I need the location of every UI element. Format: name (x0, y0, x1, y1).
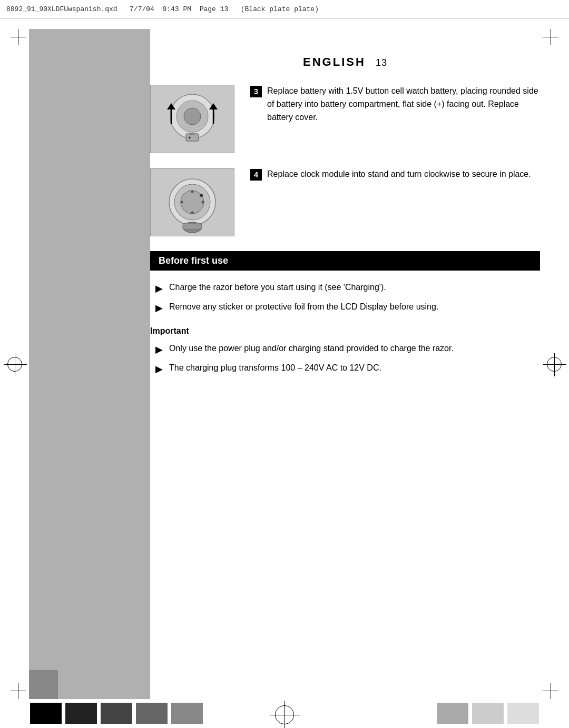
before-first-use-header: Before first use (150, 251, 540, 271)
bottom-right-blocks (436, 703, 540, 724)
header-page-num: 13 (220, 5, 229, 13)
crop-mark-tl-h (11, 37, 26, 37)
step-3-image: + (150, 85, 234, 153)
reg-mark-right (547, 357, 562, 372)
color-block-light1 (437, 703, 468, 724)
crop-mark-tr-v (551, 29, 551, 45)
color-block-dark2 (101, 703, 132, 724)
language-heading: ENGLISH 13 (150, 55, 540, 69)
step-3-text: Replace battery with 1.5V button cell wa… (267, 85, 540, 124)
header-filename: 8892_91_90XLDFUwspanish.qxd (6, 5, 117, 13)
step-3-section: + 3 Replace battery with 1.5V button cel… (150, 85, 540, 153)
step-4-text-content: 4 Replace clock module into stand and tu… (250, 168, 531, 181)
bullet-arrow-1: ▶ (155, 282, 165, 296)
step-4-text: Replace clock module into stand and turn… (267, 168, 531, 181)
main-content: ENGLISH 13 + 3 (150, 29, 540, 699)
important-list: ▶ Only use the power plug and/or chargin… (155, 342, 540, 377)
before-first-use-item-1: ▶ Charge the razor before you start usin… (155, 281, 540, 296)
important-item-2: ▶ The charging plug transforms 100 – 240… (155, 362, 540, 377)
svg-rect-19 (183, 223, 202, 230)
step-4-image (150, 168, 234, 236)
step-3-illustration: + (155, 87, 229, 151)
reg-mark-bottom (275, 705, 294, 724)
color-block-mid1 (136, 703, 168, 724)
color-block-mid2 (171, 703, 203, 724)
gray-square-bl (29, 670, 58, 699)
svg-point-13 (191, 191, 194, 193)
page-number: 13 (376, 57, 387, 68)
header-date: 7/7/04 (130, 5, 154, 13)
important-text-2: The charging plug transforms 100 – 240V … (169, 362, 381, 375)
step-4-section: 4 Replace clock module into stand and tu… (150, 168, 540, 236)
reg-mark-left (7, 357, 22, 372)
bullet-arrow-4: ▶ (155, 362, 165, 377)
header-page-label: Page (200, 5, 216, 13)
svg-point-15 (181, 201, 183, 204)
crop-mark-bl-h (11, 691, 26, 691)
crop-mark-br-v (551, 683, 551, 699)
header-plate-label: (Black plate (241, 5, 290, 13)
color-block-light2 (472, 703, 504, 724)
crop-mark-bl-v (18, 683, 18, 699)
before-first-use-list: ▶ Charge the razor before you start usin… (155, 281, 540, 316)
bottom-left-blocks (29, 703, 204, 724)
bullet-arrow-3: ▶ (155, 343, 165, 357)
svg-point-14 (191, 212, 194, 214)
step-3-number: 3 (250, 86, 262, 97)
bullet-arrow-2: ▶ (155, 301, 165, 316)
step-4-number: 4 (250, 169, 262, 181)
svg-point-2 (184, 108, 201, 125)
header-time: 9:43 PM (162, 5, 191, 13)
color-block-light3 (507, 703, 539, 724)
crop-mark-tl-v (18, 29, 18, 45)
before-first-use-text-1: Charge the razor before you start using … (169, 281, 386, 294)
language-label: ENGLISH (303, 55, 366, 68)
svg-point-17 (200, 194, 203, 197)
important-heading: Important (150, 326, 540, 336)
color-block-dark1 (65, 703, 97, 724)
before-first-use-text-2: Remove any sticker or protective foil fr… (169, 301, 438, 314)
important-text-1: Only use the power plug and/or charging … (169, 342, 454, 355)
svg-rect-8 (189, 133, 195, 135)
step-3-text-content: 3 Replace battery with 1.5V button cell … (250, 85, 540, 124)
before-first-use-heading: Before first use (159, 255, 228, 266)
svg-text:+: + (188, 135, 191, 141)
before-first-use-item-2: ▶ Remove any sticker or protective foil … (155, 301, 540, 316)
svg-point-16 (202, 201, 204, 204)
important-item-1: ▶ Only use the power plug and/or chargin… (155, 342, 540, 357)
color-block-black (30, 703, 62, 724)
step-4-illustration (155, 171, 229, 234)
header-bar: 8892_91_90XLDFUwspanish.qxd 7/7/04 9:43 … (0, 0, 569, 19)
left-sidebar (29, 29, 150, 699)
